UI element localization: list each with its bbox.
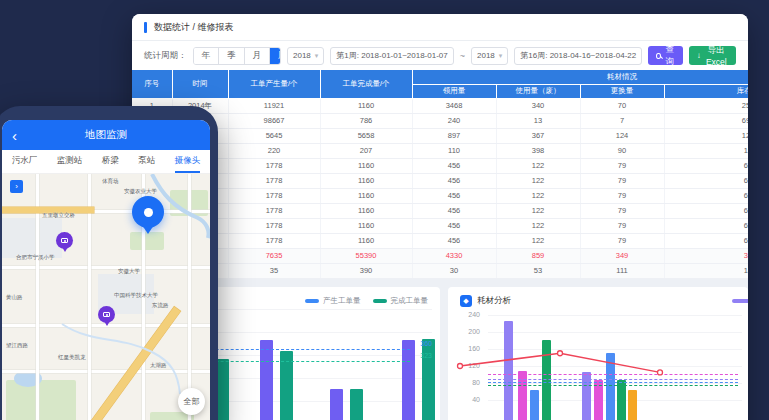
map-label: 红星美凯龙 [58,354,86,361]
table-row[interactable]: 5177811604561227967 [132,158,748,173]
bar-完成工单量[interactable] [350,389,363,420]
download-icon: ↓ [697,51,701,60]
range-end-input[interactable]: 第16周: 2018-04-16~2018-04-22 [514,47,642,65]
year-end-value: 2018 [477,51,495,60]
pin-dot [144,208,153,217]
table-cell: 79 [580,218,664,233]
year-start-value: 2018 [293,51,311,60]
table-row[interactable]: 10177811604561227967 [132,233,748,248]
filter-bar: 统计周期： 年季月周日 2018 ▾ 第1周: 2018-01-01~2018-… [132,41,748,70]
map-label: 望江西路 [6,342,28,349]
table-cell: 122 [496,158,580,173]
sub-column-header: 领用量 [412,84,496,98]
bar-产生工单量[interactable] [330,389,343,420]
table-cell: 456 [412,203,496,218]
map-view[interactable]: › 全部 五里墩立交桥安徽农业大学体育场合肥市宁溪小学安徽大学中国科学技术大学黄… [2,174,210,420]
reference-line-label: 323 [420,352,432,359]
selected-camera-pin[interactable] [132,196,164,228]
table-row[interactable]: 7177811604561227967 [132,188,748,203]
table-cell: 5658 [320,128,412,143]
table-cell: 122 [496,188,580,203]
table-row[interactable]: 9177811604561227967 [132,218,748,233]
sub-column-header: 库存量 [664,84,748,98]
table-cell: 67 [664,218,748,233]
year-start-select[interactable]: 2018 ▾ [287,47,324,65]
table-cell: 122 [496,173,580,188]
period-option-月[interactable]: 月 [245,48,271,64]
table-cell: 456 [412,233,496,248]
category-tab-bar: 污水厂监测站桥梁泵站摄像头 [2,150,210,174]
map-label: 体育场 [102,178,119,185]
range-start-value: 第1周: 2018-01-01~2018-01-07 [336,50,447,61]
table-row[interactable]: 8177811604561227967 [132,203,748,218]
tab-污水厂[interactable]: 污水厂 [12,150,38,173]
camera-pin[interactable] [56,232,73,249]
table-cell: 1160 [320,158,412,173]
table-cell: 240 [412,113,496,128]
period-segmented-control[interactable]: 年季月周日 [193,47,282,65]
table-cell: 122 [496,233,580,248]
table-row[interactable]: 12014年119211160346834070250 [132,98,748,113]
table-cell: 79 [580,188,664,203]
table-cell: 1778 [228,218,320,233]
table-cell: 340 [496,98,580,113]
table-row[interactable]: 298667786240137690 [132,113,748,128]
table-row[interactable]: 6177811604561227967 [132,173,748,188]
table-cell: 456 [412,218,496,233]
table-row[interactable]: 42202071103989019 [132,143,748,158]
camera-pin[interactable] [98,306,115,323]
map-expand-button[interactable]: › [10,180,23,193]
table-cell: 67 [664,158,748,173]
camera-icon [61,238,68,243]
table-cell: 11921 [228,98,320,113]
chevron-right-icon: › [15,182,18,191]
all-filter-button[interactable]: 全部 [178,388,205,415]
tab-摄像头[interactable]: 摄像头 [175,150,201,173]
table-cell: 79 [580,233,664,248]
period-option-年[interactable]: 年 [194,48,220,64]
bar-产生工单量[interactable] [402,340,415,420]
table-cell: 897 [412,128,496,143]
period-option-季[interactable]: 季 [219,48,245,64]
map-label: 安徽大学 [118,268,140,275]
range-end-value: 第16周: 2018-04-16~2018-04-22 [520,50,636,61]
table-cell: 79 [580,173,664,188]
table-cell: 14 [664,263,748,278]
camera-icon [103,312,110,317]
export-excel-button[interactable]: ↓ 导出Excel [689,46,736,65]
range-start-input[interactable]: 第1周: 2018-01-01~2018-01-07 [330,47,453,65]
table-cell: 124 [580,128,664,143]
table-cell: 390 [320,263,412,278]
table-panel: 数据统计 / 维修报表 统计周期： 年季月周日 2018 ▾ 第1周: 2018… [132,14,748,279]
bar-产生工单量[interactable] [260,340,273,420]
table-cell: 1160 [320,98,412,113]
tab-桥梁[interactable]: 桥梁 [102,150,119,173]
table-cell: 111 [580,263,664,278]
query-button[interactable]: 查询 [648,46,683,65]
table-cell: 67 [664,188,748,203]
table-cell: 1160 [320,173,412,188]
year-end-select[interactable]: 2018 ▾ [471,47,508,65]
calendar-icon: ▾ [499,52,503,60]
table-cell: 786 [320,113,412,128]
column-header: 时间 [172,70,228,98]
table-cell: 79 [580,158,664,173]
table-row[interactable]: 356455658897367124129 [132,128,748,143]
map-label: 东流路 [152,302,169,309]
table-cell: 67 [664,233,748,248]
table-cell: 110 [412,143,496,158]
calendar-icon: ▾ [315,52,319,60]
tab-监测站[interactable]: 监测站 [57,150,83,173]
period-option-周[interactable]: 周 [270,48,281,64]
sub-column-header: 更换量 [580,84,664,98]
phone-mockup: ‹ 地图监测 污水厂监测站桥梁泵站摄像头 [0,106,218,420]
table-cell: 1778 [228,203,320,218]
back-icon[interactable]: ‹ [12,128,17,143]
table-cell: 1778 [228,188,320,203]
dashboard-card: 数据统计 / 维修报表 统计周期： 年季月周日 2018 ▾ 第1周: 2018… [132,14,748,420]
tab-泵站[interactable]: 泵站 [138,150,155,173]
column-header: 工单完成量/个 [320,70,412,98]
table-cell: 1160 [320,233,412,248]
table-cell: 3468 [412,98,496,113]
column-header: 序号 [132,70,172,98]
